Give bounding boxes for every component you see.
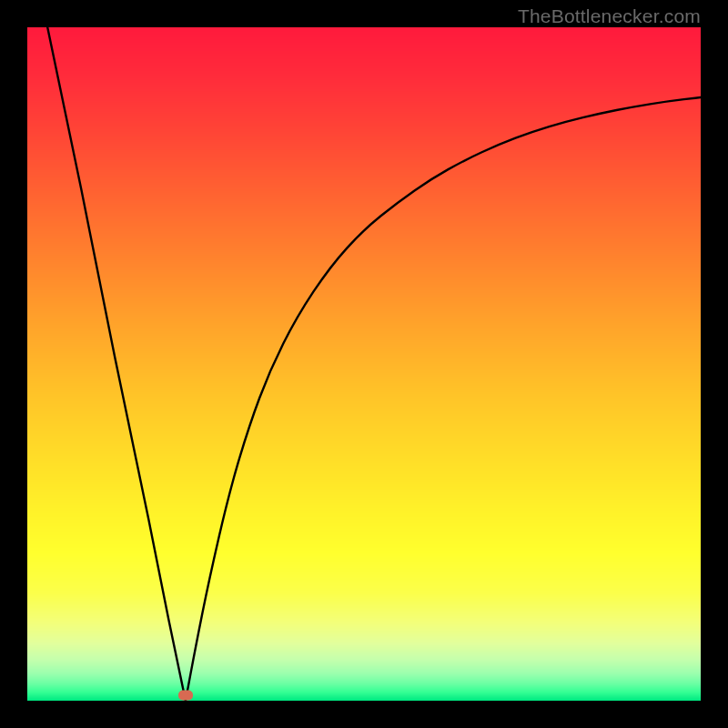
curve-layer [27, 27, 701, 701]
plot-area [27, 27, 701, 701]
minimum-marker [178, 691, 193, 701]
chart-frame: TheBottlenecker.com [0, 0, 728, 728]
watermark-text: TheBottlenecker.com [518, 5, 701, 27]
bottleneck-curve [47, 27, 701, 701]
